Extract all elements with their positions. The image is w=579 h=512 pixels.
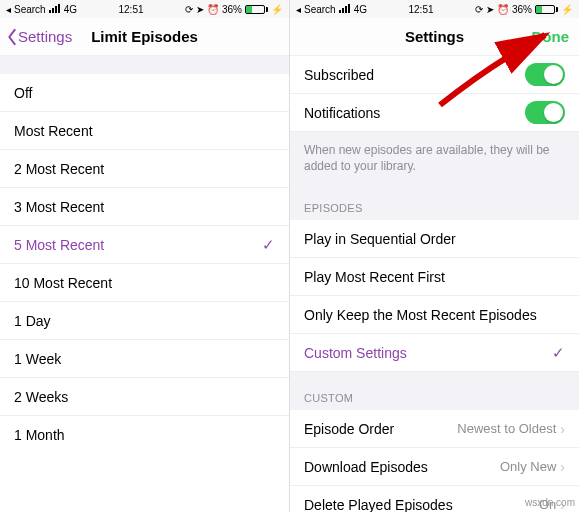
location-icon: ➤	[486, 4, 494, 15]
toggle-footnote: When new episodes are available, they wi…	[290, 132, 579, 188]
option-label: 1 Month	[14, 427, 65, 443]
chevron-right-icon: ›	[560, 421, 565, 437]
chevron-left-icon	[6, 28, 18, 46]
option-label: Off	[14, 85, 32, 101]
option-label: Custom Settings	[304, 345, 407, 361]
option-label: Only Keep the Most Recent Episodes	[304, 307, 537, 323]
section-episodes-header: Episodes	[290, 188, 579, 220]
option-label: 10 Most Recent	[14, 275, 112, 291]
option-label: 1 Day	[14, 313, 51, 329]
checkmark-icon: ✓	[552, 344, 565, 362]
toggle-row: Notifications	[290, 94, 579, 132]
alarm-icon: ⏰	[207, 4, 219, 15]
toggle-switch[interactable]	[525, 63, 565, 86]
podcast-settings-screen: ◂ Search 4G 12:51 ⟳ ➤ ⏰ 36% ⚡ Settings D…	[290, 0, 579, 512]
toggle-label: Notifications	[304, 105, 380, 121]
limit-option[interactable]: 5 Most Recent✓	[0, 226, 289, 264]
limit-option[interactable]: 1 Day	[0, 302, 289, 340]
episodes-option[interactable]: Only Keep the Most Recent Episodes	[290, 296, 579, 334]
episodes-option[interactable]: Play in Sequential Order	[290, 220, 579, 258]
signal-bars-icon	[49, 4, 61, 15]
location-icon: ➤	[196, 4, 204, 15]
checkmark-icon: ✓	[262, 236, 275, 254]
rotation-lock-icon: ⟳	[475, 4, 483, 15]
battery-pct: 36%	[512, 4, 532, 15]
back-app-label[interactable]: Search	[14, 4, 46, 15]
option-label: Play in Sequential Order	[304, 231, 456, 247]
done-button[interactable]: Done	[532, 28, 570, 45]
limit-option[interactable]: 3 Most Recent	[0, 188, 289, 226]
status-bar: ◂ Search 4G 12:51 ⟳ ➤ ⏰ 36% ⚡	[290, 0, 579, 18]
charging-icon: ⚡	[271, 4, 283, 15]
chevron-right-icon: ›	[560, 459, 565, 475]
battery-pct: 36%	[222, 4, 242, 15]
network-label: 4G	[64, 4, 77, 15]
limit-option[interactable]: 10 Most Recent	[0, 264, 289, 302]
row-label: Episode Order	[304, 421, 394, 437]
toggle-switch[interactable]	[525, 101, 565, 124]
network-label: 4G	[354, 4, 367, 15]
row-value: Newest to Oldest	[457, 421, 556, 436]
option-label: 3 Most Recent	[14, 199, 104, 215]
custom-setting-row[interactable]: Download EpisodesOnly New›	[290, 448, 579, 486]
watermark: wsxdn.com	[525, 497, 575, 508]
rotation-lock-icon: ⟳	[185, 4, 193, 15]
limit-episodes-screen: ◂ Search 4G 12:51 ⟳ ➤ ⏰ 36% ⚡ Settings L…	[0, 0, 290, 512]
limit-option[interactable]: 2 Weeks	[0, 378, 289, 416]
row-label: Download Episodes	[304, 459, 428, 475]
limit-option[interactable]: Most Recent	[0, 112, 289, 150]
alarm-icon: ⏰	[497, 4, 509, 15]
status-bar: ◂ Search 4G 12:51 ⟳ ➤ ⏰ 36% ⚡	[0, 0, 289, 18]
option-label: 5 Most Recent	[14, 237, 104, 253]
row-value: Only New	[500, 459, 556, 474]
option-label: Most Recent	[14, 123, 93, 139]
toggle-row: Subscribed	[290, 56, 579, 94]
episodes-option[interactable]: Play Most Recent First	[290, 258, 579, 296]
limit-option[interactable]: 1 Month	[0, 416, 289, 454]
back-app-label[interactable]: Search	[304, 4, 336, 15]
nav-bar: Settings Limit Episodes	[0, 18, 289, 56]
signal-bars-icon	[339, 4, 351, 15]
section-custom-header: Custom	[290, 372, 579, 410]
page-title: Limit Episodes	[91, 28, 198, 45]
back-button[interactable]: Settings	[6, 28, 72, 46]
episodes-option[interactable]: Custom Settings✓	[290, 334, 579, 372]
limit-option[interactable]: 2 Most Recent	[0, 150, 289, 188]
custom-setting-row[interactable]: Episode OrderNewest to Oldest›	[290, 410, 579, 448]
settings-list[interactable]: SubscribedNotifications When new episode…	[290, 56, 579, 512]
back-app-icon: ◂	[296, 4, 301, 15]
clock: 12:51	[118, 4, 143, 15]
option-label: 1 Week	[14, 351, 61, 367]
charging-icon: ⚡	[561, 4, 573, 15]
page-title: Settings	[405, 28, 464, 45]
option-label: 2 Weeks	[14, 389, 68, 405]
nav-bar: Settings Done	[290, 18, 579, 56]
back-label: Settings	[18, 28, 72, 45]
option-label: 2 Most Recent	[14, 161, 104, 177]
limit-option[interactable]: 1 Week	[0, 340, 289, 378]
clock: 12:51	[408, 4, 433, 15]
battery-icon	[245, 5, 268, 14]
row-label: Delete Played Episodes	[304, 497, 453, 512]
limit-option[interactable]: Off	[0, 74, 289, 112]
toggle-label: Subscribed	[304, 67, 374, 83]
back-app-icon: ◂	[6, 4, 11, 15]
options-list[interactable]: OffMost Recent2 Most Recent3 Most Recent…	[0, 56, 289, 512]
battery-icon	[535, 5, 558, 14]
option-label: Play Most Recent First	[304, 269, 445, 285]
